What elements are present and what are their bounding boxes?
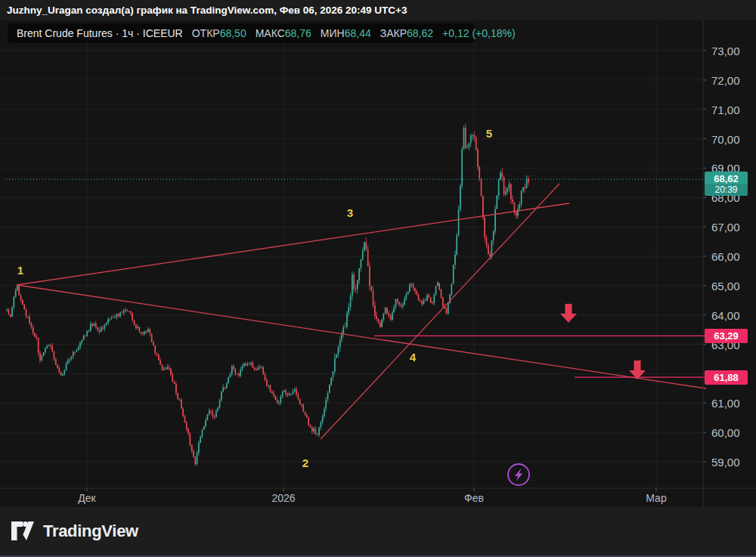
wave-label-4[interactable]: 4 <box>410 351 416 364</box>
ohlc-low: МИН68,44 <box>321 27 371 39</box>
price-axis-label: 66,00 <box>711 250 755 263</box>
bar-countdown: 20:39 <box>705 184 748 195</box>
price-axis-label: 71,00 <box>711 103 755 116</box>
tradingview-logo-text: TradingView <box>43 521 138 541</box>
last-price-value: 68,62 <box>705 173 748 184</box>
level-price-badge: 61,88 <box>705 370 748 385</box>
chart-area[interactable] <box>0 20 756 507</box>
tradingview-logo-icon <box>11 521 36 541</box>
price-axis-label: 73,00 <box>711 45 755 57</box>
price-axis-label: 61,00 <box>711 397 755 410</box>
price-axis-label: 70,00 <box>711 132 755 145</box>
candles-down-bodies <box>8 128 529 464</box>
attribution-bar: Juzhny_Uragan создал(а) график на Tradin… <box>0 0 756 20</box>
down-arrow-marker[interactable] <box>629 361 646 379</box>
ohlc-open: ОТКР68,50 <box>192 27 246 39</box>
wave-label-3[interactable]: 3 <box>347 206 353 219</box>
price-axis-label: 64,00 <box>711 308 755 321</box>
last-price-badge: 68,62 20:39 <box>705 172 748 196</box>
wave-label-2[interactable]: 2 <box>302 456 308 469</box>
price-axis-label: 60,00 <box>711 426 755 439</box>
footer-bar: TradingView <box>0 507 756 557</box>
level-price-badge: 63,29 <box>705 329 748 343</box>
candles-up-wicks <box>7 126 526 466</box>
wave-label-1[interactable]: 1 <box>17 264 23 277</box>
ohlc-high: МАКС68,76 <box>256 27 311 39</box>
time-axis-label: Мар <box>634 490 679 506</box>
price-axis-label: 59,00 <box>711 456 755 469</box>
time-axis-label: Фев <box>451 490 497 506</box>
ohlc-close: ЗАКР68,62 <box>380 27 433 39</box>
change-value: +0,12 (+0,18%) <box>442 27 516 39</box>
symbol-legend: Brent Crude Futures · 1ч · ICEEUR ОТКР68… <box>8 23 475 43</box>
price-axis-label: 67,00 <box>711 221 755 234</box>
trendline-descending-from-1[interactable] <box>17 285 706 388</box>
attribution-text: Juzhny_Uragan создал(а) график на Tradin… <box>7 5 407 16</box>
lightning-bolt-glyph <box>515 469 522 481</box>
price-axis-label: 65,00 <box>711 279 755 292</box>
price-axis-label: 72,00 <box>711 73 755 86</box>
time-axis-label: Дек <box>64 490 110 506</box>
chart-canvas[interactable] <box>0 20 756 557</box>
candles-up-bodies <box>6 128 527 464</box>
down-arrow-marker[interactable] <box>560 304 577 323</box>
wave-label-5[interactable]: 5 <box>486 127 492 140</box>
tradingview-snapshot: Juzhny_Uragan создал(а) график на Tradin… <box>0 0 756 557</box>
time-axis-label: 2026 <box>261 490 306 506</box>
tradingview-logo[interactable]: TradingView <box>11 521 138 541</box>
symbol-title: Brent Crude Futures · 1ч · ICEEUR <box>17 27 183 39</box>
